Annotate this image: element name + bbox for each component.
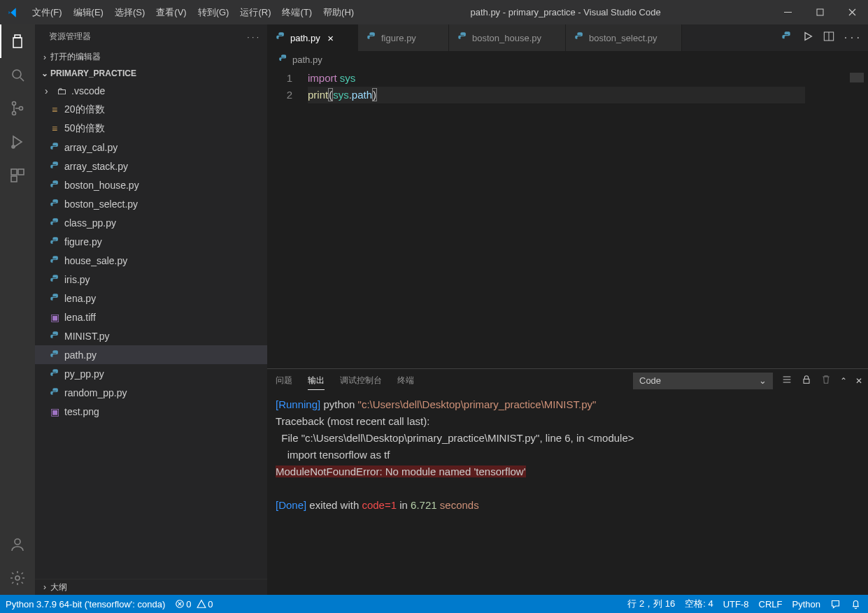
sidebar-title: 资源管理器 bbox=[49, 31, 91, 43]
tree-item[interactable]: random_pp.py bbox=[35, 383, 267, 402]
settings-gear-icon[interactable] bbox=[0, 561, 35, 595]
vscode-logo-icon bbox=[0, 6, 27, 19]
run-file-icon[interactable] bbox=[802, 31, 813, 45]
title-bar: 文件(F)编辑(E)选择(S)查看(V)转到(G)运行(R)终端(T)帮助(H)… bbox=[0, 0, 868, 24]
menu-item[interactable]: 查看(V) bbox=[150, 2, 192, 23]
tree-item[interactable]: class_pp.py bbox=[35, 213, 267, 232]
sidebar-more-icon[interactable]: · · · bbox=[247, 32, 259, 42]
status-errors[interactable]: 0 0 bbox=[175, 599, 213, 610]
tree-item[interactable]: array_cal.py bbox=[35, 138, 267, 157]
open-editors-header[interactable]: ›打开的编辑器 bbox=[35, 49, 267, 65]
code-editor[interactable]: 12 import sysprint(sys.path) bbox=[267, 68, 868, 368]
workspace-header[interactable]: ⌄PRIMARY_PRACTICE bbox=[35, 65, 267, 81]
minimap[interactable] bbox=[805, 68, 868, 368]
output-body[interactable]: [Running] python "c:\Users\dell\Desktop\… bbox=[267, 392, 868, 595]
tree-item[interactable]: ▣test.png bbox=[35, 402, 267, 421]
bottom-panel: 问题输出调试控制台终端 Code ⌄ ⌃ ✕ [Running] python … bbox=[267, 368, 868, 595]
extensions-icon[interactable] bbox=[0, 159, 35, 192]
explorer-icon[interactable] bbox=[0, 24, 35, 58]
accounts-icon[interactable] bbox=[0, 528, 35, 561]
status-feedback-icon[interactable] bbox=[830, 599, 841, 610]
python-file-icon bbox=[48, 331, 62, 341]
status-encoding[interactable]: UTF-8 bbox=[723, 599, 749, 610]
menu-bar: 文件(F)编辑(E)选择(S)查看(V)转到(G)运行(R)终端(T)帮助(H) bbox=[27, 2, 360, 23]
tree-item[interactable]: house_sale.py bbox=[35, 251, 267, 270]
svg-point-3 bbox=[13, 102, 16, 106]
tree-item-label: random_pp.py bbox=[64, 387, 127, 398]
status-indentation[interactable]: 空格: 4 bbox=[685, 598, 713, 610]
close-panel-icon[interactable]: ✕ bbox=[855, 376, 862, 386]
panel-tab[interactable]: 输出 bbox=[308, 372, 325, 390]
menu-item[interactable]: 编辑(E) bbox=[68, 2, 109, 23]
python-file-icon bbox=[48, 236, 62, 247]
tree-item[interactable]: ▣lena.tiff bbox=[35, 308, 267, 326]
list-icon[interactable] bbox=[781, 374, 792, 387]
maximize-button[interactable] bbox=[804, 0, 836, 24]
editor-tab[interactable]: path.py× bbox=[267, 24, 358, 51]
status-line-col[interactable]: 行 2，列 16 bbox=[627, 598, 675, 610]
python-file-icon bbox=[574, 31, 585, 44]
tab-label: boston_house.py bbox=[472, 33, 541, 43]
output-channel-select[interactable]: Code ⌄ bbox=[633, 373, 773, 389]
editor-tab[interactable]: boston_select.py× bbox=[566, 24, 682, 51]
menu-item[interactable]: 终端(T) bbox=[276, 2, 318, 23]
svg-point-2 bbox=[13, 70, 21, 78]
lock-icon[interactable] bbox=[801, 374, 812, 387]
python-file-icon bbox=[48, 199, 62, 209]
status-python-env[interactable]: Python 3.7.9 64-bit ('tensorflow': conda… bbox=[6, 599, 165, 610]
close-button[interactable] bbox=[836, 0, 868, 24]
tree-item[interactable]: boston_house.py bbox=[35, 175, 267, 194]
tree-item-label: MINIST.py bbox=[64, 331, 110, 342]
tree-item[interactable]: MINIST.py bbox=[35, 326, 267, 345]
editor-toolbar: · · · bbox=[773, 24, 868, 51]
run-debug-icon[interactable] bbox=[0, 125, 35, 159]
chevron-up-icon[interactable]: ⌃ bbox=[840, 376, 847, 386]
image-file-icon: ▣ bbox=[48, 312, 62, 323]
menu-item[interactable]: 选择(S) bbox=[109, 2, 150, 23]
status-eol[interactable]: CRLF bbox=[759, 599, 783, 610]
menu-item[interactable]: 转到(G) bbox=[192, 2, 235, 23]
outline-header[interactable]: ›大纲 bbox=[35, 579, 267, 595]
tree-item[interactable]: figure.py bbox=[35, 232, 267, 251]
python-file-icon bbox=[48, 387, 62, 398]
minimize-button[interactable] bbox=[771, 0, 804, 24]
python-file-icon bbox=[48, 274, 62, 284]
menu-item[interactable]: 帮助(H) bbox=[318, 2, 360, 23]
panel-tab[interactable]: 调试控制台 bbox=[340, 372, 382, 389]
split-editor-icon[interactable] bbox=[823, 31, 834, 45]
tab-label: boston_select.py bbox=[589, 33, 657, 43]
status-bell-icon[interactable] bbox=[851, 599, 861, 610]
svg-rect-9 bbox=[11, 176, 17, 182]
menu-item[interactable]: 文件(F) bbox=[27, 2, 68, 23]
source-control-icon[interactable] bbox=[0, 92, 35, 125]
tab-close-icon[interactable]: × bbox=[325, 32, 337, 44]
tab-label: figure.py bbox=[381, 33, 416, 43]
tree-item[interactable]: ≡20的倍数 bbox=[35, 100, 267, 119]
tree-item[interactable]: array_stack.py bbox=[35, 157, 267, 175]
panel-tab[interactable]: 问题 bbox=[276, 372, 292, 389]
python-env-icon[interactable] bbox=[781, 31, 792, 45]
editor-tab-bar: path.py×figure.py×boston_house.py×boston… bbox=[267, 24, 868, 51]
tab-label: path.py bbox=[290, 33, 320, 43]
menu-item[interactable]: 运行(R) bbox=[234, 2, 276, 23]
editor-tab[interactable]: figure.py× bbox=[358, 24, 449, 51]
clear-icon[interactable] bbox=[820, 374, 832, 387]
tree-item[interactable]: boston_select.py bbox=[35, 194, 267, 213]
tree-item[interactable]: ›🗀.vscode bbox=[35, 81, 267, 100]
tree-item[interactable]: lena.py bbox=[35, 289, 267, 308]
panel-tab[interactable]: 终端 bbox=[397, 372, 414, 389]
status-language[interactable]: Python bbox=[792, 599, 820, 610]
tree-item[interactable]: ≡50的倍数 bbox=[35, 119, 267, 138]
search-icon[interactable] bbox=[0, 58, 35, 92]
output-channel-label: Code bbox=[639, 375, 661, 386]
tree-item-label: test.png bbox=[64, 406, 99, 417]
file-icon: ≡ bbox=[48, 123, 62, 134]
breadcrumb[interactable]: path.py bbox=[267, 51, 868, 68]
tree-item[interactable]: path.py bbox=[35, 345, 267, 364]
tree-item[interactable]: iris.py bbox=[35, 270, 267, 289]
tree-item[interactable]: py_pp.py bbox=[35, 364, 267, 383]
code-lines[interactable]: import sysprint(sys.path) bbox=[308, 68, 868, 368]
more-actions-icon[interactable]: · · · bbox=[844, 31, 860, 44]
editor-tab[interactable]: boston_house.py× bbox=[449, 24, 566, 51]
tree-item-label: .vscode bbox=[71, 85, 105, 96]
